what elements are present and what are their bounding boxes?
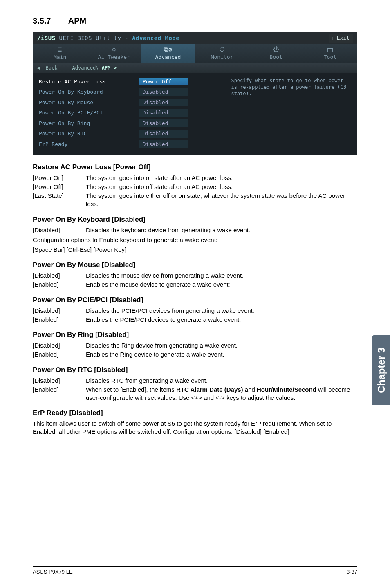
- option-name: [Disabled]: [33, 341, 86, 350]
- option-name: [Disabled]: [33, 272, 86, 280]
- exit-icon: ▯: [332, 34, 335, 42]
- option-name: [Enabled]: [33, 386, 86, 402]
- option-name: [Enabled]: [33, 316, 86, 324]
- keyboard-note2: [Space Bar] [Ctrl-Esc] [Power Key]: [33, 246, 357, 254]
- restore-heading: Restore AC Power Loss [Power Off]: [33, 163, 357, 172]
- setting-name: Power On By PCIE/PCI: [39, 109, 139, 117]
- tab-label: Main: [54, 54, 66, 60]
- bios-exit-button[interactable]: ▯ Exit: [329, 34, 353, 43]
- setting-mouse[interactable]: Power On By Mouse Disabled: [39, 97, 220, 108]
- option-desc: Enables the PCIE/PCI devices to generate…: [86, 316, 357, 324]
- tool-icon: 🖴: [303, 47, 357, 53]
- erp-paragraph: This item allows user to switch off some…: [33, 420, 357, 436]
- bios-body: Restore AC Power Loss Power Off Power On…: [33, 73, 357, 155]
- exit-label: Exit: [337, 34, 350, 42]
- bios-logo: /iSUS UEFI BIOS Utility - Advanced Mode: [37, 34, 179, 42]
- setting-restore-ac[interactable]: Restore AC Power Loss Power Off: [39, 76, 220, 87]
- setting-value: Power Off: [139, 78, 188, 86]
- breadcrumb-path2: APM >: [102, 65, 117, 71]
- rtc-desc-d: Hour/Minute/Second: [257, 386, 316, 393]
- footer-right: 3-37: [347, 568, 357, 576]
- option-name: [Power Off]: [33, 183, 86, 191]
- bios-breadcrumb[interactable]: ◀ Back Advanced\ APM >: [33, 63, 357, 73]
- tab-label: Ai Tweaker: [98, 54, 130, 60]
- setting-name: Power On By Ring: [39, 120, 139, 127]
- bios-help-text: Specify what state to go to when power i…: [231, 78, 346, 97]
- back-arrow-icon: ◀: [37, 65, 40, 71]
- option-row: [Disabled] Disables RTC from generating …: [33, 377, 357, 385]
- option-row: [Disabled] Disables the Ring device from…: [33, 341, 357, 350]
- bios-tab-bar: ≣ Main ⚙ Ai Tweaker ⧉⚙ Advanced ⏱ Monito…: [33, 44, 357, 64]
- breadcrumb-path1: Advanced\: [72, 65, 99, 71]
- option-desc: When set to [Enabled], the items RTC Ala…: [86, 386, 357, 402]
- option-row: [Last State] The system goes into either…: [33, 192, 357, 209]
- option-name: [Enabled]: [33, 350, 86, 359]
- bios-brand-sub2: Advanced Mode: [132, 35, 179, 41]
- bios-brand-sub1: UEFI BIOS Utility -: [59, 35, 129, 41]
- tab-label: Tool: [324, 54, 336, 60]
- footer-left: ASUS P9X79 LE: [33, 568, 73, 576]
- section-title: APM: [68, 16, 86, 25]
- bios-settings-list: Restore AC Power Loss Power Off Power On…: [33, 73, 226, 155]
- option-desc: Disables the PCIE/PCI devices from gener…: [86, 307, 357, 315]
- option-row: [Enabled] Enables the Ring device to gen…: [33, 350, 357, 359]
- setting-ring[interactable]: Power On By Ring Disabled: [39, 118, 220, 129]
- setting-pcie[interactable]: Power On By PCIE/PCI Disabled: [39, 108, 220, 118]
- tab-advanced[interactable]: ⧉⚙ Advanced: [141, 44, 195, 63]
- option-name: [Enabled]: [33, 281, 86, 289]
- rtc-desc-c: and: [243, 386, 257, 393]
- setting-keyboard[interactable]: Power On By Keyboard Disabled: [39, 87, 220, 97]
- setting-rtc[interactable]: Power On By RTC Disabled: [39, 128, 220, 139]
- section-heading: 3.5.7 APM: [33, 15, 357, 27]
- option-name: [Disabled]: [33, 307, 86, 315]
- chapter-tab-label: Chapter 3: [372, 335, 390, 405]
- option-desc: Disables the Ring device from generating…: [86, 341, 357, 350]
- pcie-heading: Power On By PCIE/PCI [Disabled]: [33, 296, 357, 305]
- setting-value: Disabled: [139, 130, 188, 138]
- bios-help-panel: Specify what state to go to when power i…: [226, 73, 357, 155]
- power-icon: ⏻: [249, 47, 303, 53]
- option-desc: Disables the mouse device from generatin…: [86, 272, 357, 280]
- tab-label: Boot: [270, 54, 282, 60]
- setting-value: Disabled: [139, 99, 188, 107]
- setting-name: ErP Ready: [39, 141, 139, 148]
- ring-heading: Power On By Ring [Disabled]: [33, 330, 357, 340]
- option-row: [Enabled] Enables the mouse device to ge…: [33, 281, 357, 289]
- option-name: [Disabled]: [33, 226, 86, 234]
- tab-monitor[interactable]: ⏱ Monitor: [195, 44, 249, 63]
- option-row: [Disabled] Disables the mouse device fro…: [33, 272, 357, 280]
- option-name: [Power On]: [33, 174, 86, 182]
- setting-name: Power On By Keyboard: [39, 88, 139, 96]
- rtc-desc-a: When set to [Enabled], the items: [86, 386, 176, 393]
- tab-label: Advanced: [155, 54, 181, 60]
- option-desc: Enables the mouse device to generate a w…: [86, 281, 357, 289]
- setting-name: Power On By Mouse: [39, 99, 139, 106]
- list-icon: ≣: [33, 47, 87, 53]
- option-row: [Disabled] Disables the keyboard device …: [33, 226, 357, 234]
- tab-tool[interactable]: 🖴 Tool: [303, 44, 357, 63]
- tab-label: Monitor: [211, 54, 233, 60]
- section-number: 3.5.7: [33, 16, 51, 25]
- tab-main[interactable]: ≣ Main: [33, 44, 87, 63]
- setting-value: Disabled: [139, 88, 188, 96]
- option-row: [Enabled] When set to [Enabled], the ite…: [33, 386, 357, 402]
- tab-boot[interactable]: ⏻ Boot: [249, 44, 303, 63]
- option-name: [Last State]: [33, 192, 86, 209]
- page-footer: ASUS P9X79 LE 3-37: [33, 566, 357, 576]
- erp-heading: ErP Ready [Disabled]: [33, 408, 357, 418]
- setting-erp[interactable]: ErP Ready Disabled: [39, 139, 220, 150]
- setting-value: Disabled: [139, 140, 188, 148]
- setting-value: Disabled: [139, 119, 188, 128]
- setting-value: Disabled: [139, 109, 188, 117]
- option-name: [Disabled]: [33, 377, 86, 385]
- chip-icon: ⧉⚙: [141, 47, 195, 53]
- option-row: [Power On] The system goes into on state…: [33, 174, 357, 182]
- option-row: [Power Off] The system goes into off sta…: [33, 183, 357, 191]
- option-desc: Disables the keyboard device from genera…: [86, 226, 357, 234]
- breadcrumb-back: Back: [45, 65, 57, 71]
- setting-name: Power On By RTC: [39, 130, 139, 137]
- tab-ai-tweaker[interactable]: ⚙ Ai Tweaker: [87, 44, 141, 63]
- option-desc: Disables RTC from generating a wake even…: [86, 377, 357, 385]
- option-desc: The system goes into off state after an …: [86, 183, 357, 191]
- option-desc: Enables the Ring device to generate a wa…: [86, 350, 357, 359]
